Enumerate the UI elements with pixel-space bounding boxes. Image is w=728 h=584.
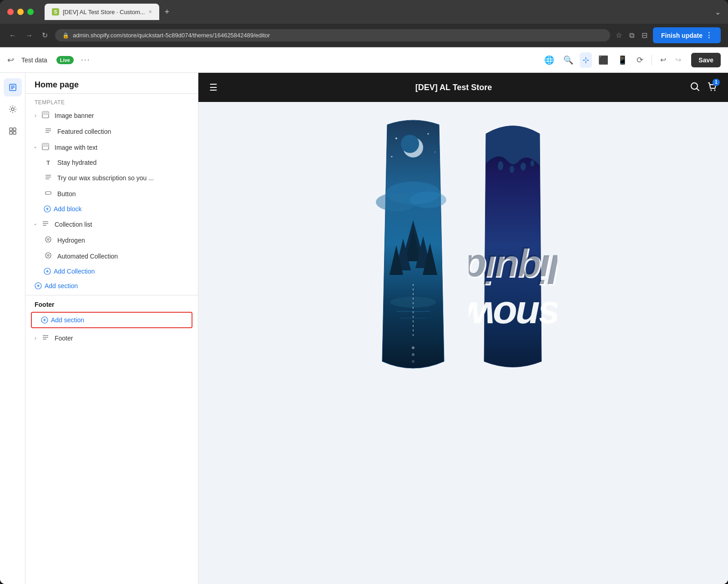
- desktop-icon[interactable]: ⬛: [596, 52, 611, 68]
- store-title: [DEV] AL Test Store: [217, 83, 690, 92]
- search-icon[interactable]: 🔍: [561, 52, 576, 68]
- svg-point-67: [412, 360, 415, 363]
- footer-icon: [41, 334, 50, 342]
- new-tab-button[interactable]: +: [165, 7, 170, 17]
- tab-title: [DEV] AL Test Store · Custom...: [63, 9, 145, 15]
- sidebar-icon-settings[interactable]: [4, 100, 22, 118]
- back-button[interactable]: ←: [7, 30, 18, 41]
- sidebar-icon-blocks[interactable]: [4, 122, 22, 140]
- image-with-text-label: Image with text: [55, 144, 97, 151]
- footer-item-label: Footer: [55, 335, 73, 342]
- svg-point-29: [47, 254, 49, 256]
- extension-icon[interactable]: ⧉: [629, 31, 634, 40]
- sidebar-content: Template › Image banner F: [25, 94, 198, 584]
- svg-point-28: [46, 253, 51, 258]
- save-button[interactable]: Save: [691, 53, 721, 67]
- footer-section-label: Footer: [25, 295, 198, 310]
- sidebar-item-stay-hydrated[interactable]: T Stay hydrated: [25, 155, 198, 170]
- sidebar-item-collection-list[interactable]: › Collection list: [25, 216, 198, 232]
- automated-collection-icon: [44, 252, 53, 260]
- traffic-light-close[interactable]: [7, 9, 14, 15]
- add-block-label: Add block: [54, 205, 81, 213]
- svg-point-48: [395, 137, 397, 139]
- text-icon: T: [44, 159, 53, 166]
- toolbar-divider: [652, 55, 652, 66]
- svg-point-51: [391, 156, 393, 157]
- hamburger-icon[interactable]: ☰: [209, 82, 217, 93]
- button-icon: [44, 189, 53, 198]
- svg-point-65: [412, 346, 415, 349]
- image-with-text-icon: [41, 143, 50, 152]
- image-banner-icon: [41, 111, 50, 120]
- sidebar-header: Home page: [25, 73, 198, 94]
- traffic-light-minimize[interactable]: [17, 9, 24, 15]
- sidebar-item-add-block[interactable]: Add block: [25, 202, 198, 216]
- text-lines-icon: [44, 173, 53, 182]
- tab-close-button[interactable]: ×: [149, 9, 152, 15]
- add-section-template-label: Add section: [45, 282, 78, 289]
- chevron-down-icon: ›: [32, 147, 39, 148]
- svg-point-54: [410, 192, 446, 208]
- footer-chevron-icon: ›: [35, 335, 36, 341]
- svg-point-4: [11, 108, 14, 111]
- browser-tab-active[interactable]: S [DEV] AL Test Store · Custom... ×: [45, 4, 159, 20]
- store-cart-icon[interactable]: 1: [707, 81, 717, 94]
- finish-update-label: Finish update: [661, 32, 703, 39]
- redo-button[interactable]: ↪: [672, 53, 684, 67]
- store-nav: ☰ [DEV] AL Test Store 1: [198, 73, 728, 102]
- exit-icon[interactable]: ↩: [7, 55, 14, 65]
- hydrogen-label: Hydrogen: [57, 237, 85, 244]
- sidebar-item-add-collection[interactable]: Add Collection: [25, 264, 198, 279]
- select-cursor-icon[interactable]: ⊹: [580, 52, 592, 68]
- snowboard-2-svg: liquid snow liquid: [469, 111, 557, 430]
- split-view-icon[interactable]: ⊟: [642, 31, 647, 40]
- svg-point-53: [376, 193, 417, 211]
- live-badge: Live: [56, 56, 74, 64]
- undo-button[interactable]: ↩: [657, 53, 669, 67]
- sidebar-item-automated-collection[interactable]: Automated Collection: [25, 248, 198, 264]
- sidebar-item-add-section-template[interactable]: Add section: [25, 279, 198, 293]
- forward-button[interactable]: →: [24, 30, 35, 41]
- sidebar-item-button[interactable]: Button: [25, 186, 198, 202]
- hydrogen-icon: [44, 236, 53, 244]
- mobile-icon[interactable]: 📱: [615, 52, 630, 68]
- add-section-template-button[interactable]: Add section: [35, 282, 78, 289]
- svg-point-70: [521, 163, 526, 171]
- footer-section: Footer Add section ›: [25, 295, 198, 346]
- svg-text:liquid: liquid: [469, 247, 557, 292]
- refresh-button[interactable]: ↻: [40, 29, 50, 41]
- sidebar-item-featured-collection[interactable]: Featured collection: [25, 123, 198, 139]
- sidebar-item-image-banner[interactable]: › Image banner: [25, 107, 198, 123]
- app-container: ↩ Test data Live ··· 🌐 🔍 ⊹ ⬛ 📱 ⟳ ↩ ↪ Sav…: [0, 47, 728, 584]
- template-section-label: Template: [25, 94, 198, 107]
- svg-text:snow: snow: [469, 294, 557, 339]
- toolbar-more-button[interactable]: ···: [81, 55, 91, 65]
- collection-list-icon: [41, 220, 50, 229]
- automated-collection-label: Automated Collection: [57, 253, 118, 260]
- address-bar[interactable]: 🔒 admin.shopify.com/store/quickstart-5c8…: [55, 29, 610, 41]
- finish-update-button[interactable]: Finish update ⋮: [653, 27, 721, 43]
- sidebar-item-wax-subscription[interactable]: Try our wax subscription so you ...: [25, 170, 198, 186]
- browser-window: S [DEV] AL Test Store · Custom... × + ⌄ …: [0, 0, 728, 584]
- rotate-icon[interactable]: ⟳: [634, 52, 646, 68]
- svg-point-27: [47, 239, 49, 240]
- app-toolbar: ↩ Test data Live ··· 🌐 🔍 ⊹ ⬛ 📱 ⟳ ↩ ↪ Sav…: [0, 47, 728, 73]
- footer-add-section-highlighted[interactable]: Add section: [31, 312, 192, 328]
- sidebar-item-hydrogen[interactable]: Hydrogen: [25, 232, 198, 248]
- bookmark-icon[interactable]: ☆: [616, 31, 622, 40]
- finish-update-more-icon: ⋮: [705, 31, 713, 40]
- browser-chevron-icon: ⌄: [715, 8, 721, 16]
- svg-point-69: [510, 166, 514, 173]
- svg-point-47: [401, 135, 419, 153]
- store-search-icon[interactable]: [690, 81, 700, 94]
- sidebar-item-footer[interactable]: › Footer: [25, 330, 198, 346]
- browser-addressbar: ← → ↻ 🔒 admin.shopify.com/store/quicksta…: [0, 24, 728, 47]
- traffic-light-maximize[interactable]: [27, 9, 34, 15]
- sidebar-icon-pages[interactable]: [4, 78, 22, 96]
- cart-badge: 1: [713, 79, 720, 86]
- add-collection-button[interactable]: Add Collection: [44, 268, 95, 275]
- sidebar-item-image-with-text[interactable]: › Image with text: [25, 139, 198, 155]
- add-block-button[interactable]: Add block: [44, 205, 81, 213]
- footer-add-section-button[interactable]: Add section: [41, 316, 84, 324]
- globe-icon[interactable]: 🌐: [541, 52, 557, 68]
